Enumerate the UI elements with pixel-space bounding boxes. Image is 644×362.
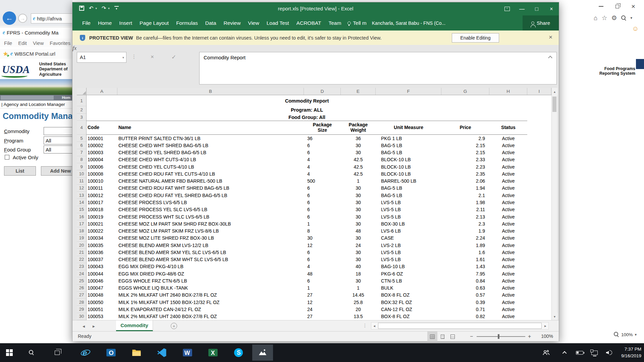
cell-r7-c0[interactable]: 100003 [87, 149, 117, 156]
cell-r6-c0[interactable]: 100002 [87, 142, 117, 149]
browser-back-button[interactable]: ← [3, 11, 16, 25]
cell-r23-c1[interactable]: EGG MIX DRIED PKG-4/10 LB [117, 263, 304, 270]
row-header-22[interactable]: 22 [77, 256, 86, 263]
cell-r26-c1[interactable]: EGGS WHOLE LIQ BULK -TANK [117, 285, 304, 292]
normal-view-button[interactable] [427, 331, 437, 342]
cell-r7-c2[interactable]: 6 [304, 149, 341, 156]
cell-r6-c5[interactable]: 2.15 [441, 142, 489, 149]
cell-r16-c5[interactable]: 2.13 [441, 213, 489, 220]
hscroll-thumb[interactable] [378, 323, 542, 329]
cell-r20-c2[interactable]: 12 [304, 242, 341, 249]
row-header-27[interactable]: 27 [77, 292, 86, 299]
cell-r24-c0[interactable]: 100044 [87, 270, 117, 277]
taskbar-internet-explorer[interactable]: e [77, 345, 94, 361]
cell-r13-c6[interactable]: Active [489, 192, 527, 199]
cell-r7-c5[interactable]: 2.15 [441, 149, 489, 156]
food-group-select[interactable]: All [44, 145, 72, 154]
scroll-down-icon[interactable]: ▾ [552, 313, 557, 320]
cell-r10-c4[interactable]: BLOCK-10 LB [376, 170, 441, 177]
cell-r24-c3[interactable]: 18 [341, 270, 376, 277]
excel-title-bar[interactable]: ↶▾ ↷▾ ▾ report.xls [Protected View] - Ex… [72, 2, 559, 15]
commodity-input[interactable] [44, 127, 72, 135]
column-header-g[interactable]: G [441, 88, 489, 95]
cell-r9-c4[interactable]: BLOCK-10 LB [376, 163, 441, 170]
cell-r15-c0[interactable]: 100018 [87, 206, 117, 213]
favorites-star-icon[interactable]: ☆ [601, 15, 607, 21]
cell-r24-c2[interactable]: 48 [304, 270, 341, 277]
cell-r9-c6[interactable]: Active [489, 163, 527, 170]
cell-r20-c6[interactable]: Active [489, 242, 527, 249]
cell-r23-c4[interactable]: BAG-10 LB [376, 263, 441, 270]
scroll-up-icon[interactable]: ▴ [552, 88, 557, 95]
ribbon-display-options-icon[interactable]: ^ [500, 2, 515, 15]
ribbon-tab-view[interactable]: View [244, 15, 263, 31]
select-all-corner[interactable] [77, 88, 87, 95]
cell-r16-c2[interactable]: 6 [304, 213, 341, 220]
column-header-h[interactable]: H [489, 88, 527, 95]
cell-r16-c1[interactable]: CHEESE PROCESS WHT SLC LVS-6/5 LB [117, 213, 304, 220]
cell-r19-c0[interactable]: 100034 [87, 235, 117, 242]
cell-r30-c1[interactable]: MILK 2% MILKFAT UHT 2400 BOX-27/8 FL OZ [117, 313, 304, 320]
taskbar-outlook[interactable]: O [102, 345, 120, 361]
cell-r6-c1[interactable]: CHEESE CHED WHT SHRED BAG-6/5 LB [117, 142, 304, 149]
cell-r27-c3[interactable]: 14.45 [341, 292, 376, 299]
cell-r8-c3[interactable]: 42.5 [341, 156, 376, 163]
site-nav-home[interactable]: Hom [62, 96, 70, 100]
cell-r16-c0[interactable]: 100019 [87, 213, 117, 220]
cell-r8-c0[interactable]: 100004 [87, 156, 117, 163]
cell-r29-c4[interactable]: CAN-12 FL OZ [376, 306, 441, 313]
cell-r25-c3[interactable]: 30 [341, 277, 376, 284]
cell-r21-c3[interactable]: 30 [341, 249, 376, 256]
taskbar-skype[interactable]: S [230, 345, 247, 361]
cell-r29-c3[interactable]: 20 [341, 306, 376, 313]
new-sheet-icon[interactable]: + [171, 323, 177, 329]
vertical-scrollbar[interactable]: ▴ ▾ [551, 88, 557, 320]
cell-r22-c3[interactable]: 30 [341, 256, 376, 263]
cell-r29-c5[interactable]: 0.71 [441, 306, 489, 313]
tray-people-icon[interactable] [539, 343, 553, 362]
row-header-17[interactable]: 17 [77, 220, 86, 227]
vscroll-thumb[interactable] [552, 97, 556, 112]
taskbar-word[interactable]: W [179, 345, 196, 361]
cell-r26-c3[interactable]: 1 [341, 285, 376, 292]
cell-r26-c6[interactable]: Active [489, 285, 527, 292]
row-header-19[interactable]: 19 [77, 235, 86, 242]
cell-r10-c6[interactable]: Active [489, 170, 527, 177]
add-favorite-icon[interactable]: ★ [3, 50, 8, 58]
row-header-20[interactable]: 20 [77, 242, 86, 249]
header-cell-price[interactable]: Price [441, 121, 489, 134]
taskbar-photos[interactable] [252, 345, 273, 361]
browser-forward-button[interactable]: → [18, 14, 27, 23]
scroll-left-icon[interactable]: ◂ [371, 322, 377, 329]
cell-r19-c5[interactable]: 2.24 [441, 235, 489, 242]
menu-item-file[interactable]: File [4, 40, 12, 46]
taskbar-excel[interactable]: X [204, 345, 222, 361]
cell-r22-c6[interactable]: Active [489, 256, 527, 263]
enable-editing-button[interactable]: Enable Editing [452, 33, 499, 43]
search-dropdown-caret[interactable]: ▾ [631, 16, 633, 20]
cell-r25-c6[interactable]: Active [489, 277, 527, 284]
cell-r14-c2[interactable]: 6 [304, 199, 341, 206]
row-header-4[interactable]: 4 [77, 121, 86, 135]
ribbon-tab-page-layout[interactable]: Page Layout [136, 15, 172, 31]
report-title-cell[interactable]: Commodity Report [87, 95, 527, 106]
taskbar-search-button[interactable] [23, 343, 40, 362]
cell-r21-c6[interactable]: Active [489, 249, 527, 256]
cell-r30-c6[interactable]: Active [489, 313, 527, 320]
cell-r28-c0[interactable]: 100050 [87, 299, 117, 306]
ribbon-tab-team[interactable]: Team [325, 15, 345, 31]
cell-r29-c0[interactable]: 100051 [87, 306, 117, 313]
header-cell-name[interactable]: Name [117, 121, 304, 134]
cell-r11-c3[interactable]: 1 [341, 178, 376, 185]
cell-r27-c4[interactable]: BOX-8 FL OZ [376, 292, 441, 299]
row-header-26[interactable]: 26 [77, 285, 86, 292]
ie-zoom-control[interactable]: 100% ▾ [614, 332, 637, 337]
cell-r21-c2[interactable]: 6 [304, 249, 341, 256]
cell-r25-c2[interactable]: 6 [304, 277, 341, 284]
cell-r19-c3[interactable]: 30 [341, 235, 376, 242]
cell-r23-c0[interactable]: 100043 [87, 263, 117, 270]
cell-r14-c3[interactable]: 30 [341, 199, 376, 206]
cell-r20-c4[interactable]: LVS-2 LB [376, 242, 441, 249]
ribbon-tab-home[interactable]: Home [94, 15, 115, 31]
cell-r13-c1[interactable]: CHEESE CHED RDU FAT YEL SHRED BAG-6/5 LB [117, 192, 304, 199]
